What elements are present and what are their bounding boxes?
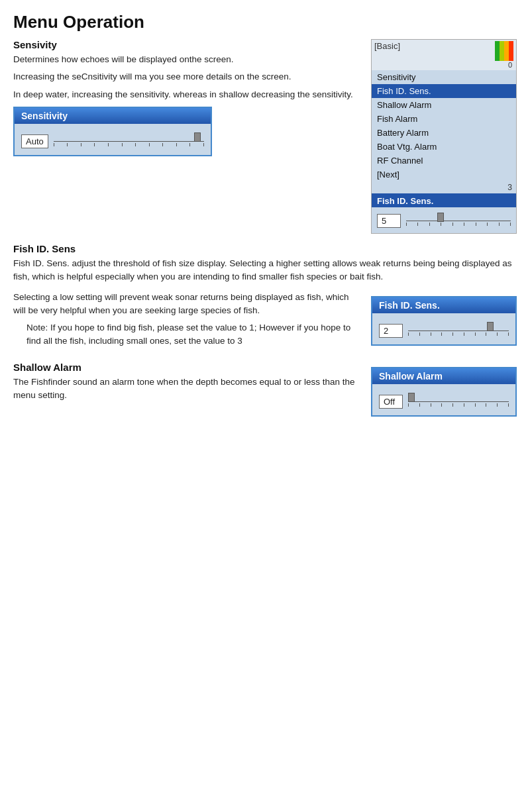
shallow-alarm-section: Shallow Alarm The Fishfinder sound an al… <box>13 362 517 423</box>
menu-panel-container: [Basic] 0 Sensitivity Fish ID. Sens. Sha… <box>371 39 517 234</box>
sensitivity-section: Sensivity Determines how echoes will be … <box>13 39 360 234</box>
tick <box>475 403 476 407</box>
page-title: Menu Operation <box>13 12 517 32</box>
tick <box>486 332 486 336</box>
shallow-alarm-widget: Shallow Alarm Off <box>371 367 517 417</box>
color-seg-green <box>495 41 500 61</box>
tick <box>176 143 177 146</box>
menu-item-battery-alarm[interactable]: Battery Alarm <box>372 126 516 140</box>
fish-id-widget-container: Fish ID. Sens. 2 <box>371 291 517 352</box>
fish-id-menu-thumb[interactable] <box>437 213 444 222</box>
sensitivity-value: Auto <box>21 134 48 148</box>
shallow-alarm-heading: Shallow Alarm <box>13 362 360 373</box>
tick <box>408 332 409 336</box>
shallow-alarm-widget-inner: Off <box>372 389 515 410</box>
tick <box>419 403 420 407</box>
shallow-alarm-line <box>408 401 509 402</box>
fish-id-widget: Fish ID. Sens. 2 <box>371 296 517 346</box>
tick <box>108 143 109 146</box>
tick <box>497 332 498 336</box>
sensitivity-track[interactable] <box>54 136 204 146</box>
sensitivity-widget: Sensitivity Auto <box>13 107 212 156</box>
fish-id-menu-track[interactable] <box>406 217 511 226</box>
sensitivity-slider[interactable]: Auto <box>21 134 204 148</box>
color-bar-area: 0 <box>495 41 513 69</box>
menu-item-shallow-alarm[interactable]: Shallow Alarm <box>372 98 516 112</box>
tick <box>162 143 163 146</box>
tick <box>406 223 407 226</box>
menu-item-fish-alarm[interactable]: Fish Alarm <box>372 112 516 126</box>
color-seg-red <box>509 41 513 61</box>
tick <box>464 223 464 226</box>
tick <box>508 332 509 336</box>
tick <box>475 332 476 336</box>
fish-id-body1: Fish ID. Sens. adjust the threshold of f… <box>13 257 517 284</box>
depth-zero: 0 <box>508 61 513 69</box>
menu-item-fish-id[interactable]: Fish ID. Sens. <box>372 84 516 98</box>
tick <box>54 143 54 146</box>
tick <box>510 223 511 226</box>
menu-panel: [Basic] 0 Sensitivity Fish ID. Sens. Sha… <box>371 39 517 234</box>
tick <box>408 403 409 407</box>
shallow-alarm-widget-container: Shallow Alarm Off <box>371 362 517 423</box>
tick <box>441 223 441 226</box>
sensitivity-body3: In deep water, increasing the sensitivit… <box>13 88 360 101</box>
shallow-alarm-slider[interactable]: Off <box>379 395 509 409</box>
tick <box>417 223 418 226</box>
shallow-left: Shallow Alarm The Fishfinder sound an al… <box>13 362 360 423</box>
tick <box>486 403 486 407</box>
tick <box>464 332 464 336</box>
tick <box>203 143 204 146</box>
depth-number: 3 <box>507 183 512 192</box>
tick <box>508 403 509 407</box>
fish-id-menu-value: 5 <box>377 214 401 228</box>
fish-id-slider-menu[interactable]: 5 <box>377 214 511 228</box>
sensitivity-thumb[interactable] <box>194 132 201 142</box>
tick <box>149 143 150 146</box>
fish-id-lower: Selecting a low setting will prevent wea… <box>13 291 517 352</box>
fish-id-section: Fish ID. Sens Fish ID. Sens. adjust the … <box>13 243 517 284</box>
menu-item-rf-channel[interactable]: RF Channel <box>372 154 516 168</box>
sensitivity-body2: Increasing the seCnsitivity will ma you … <box>13 70 360 83</box>
fish-id-left: Selecting a low setting will prevent wea… <box>13 291 360 352</box>
tick <box>441 403 442 407</box>
tick <box>441 332 442 336</box>
menu-item-next[interactable]: [Next] <box>372 168 516 181</box>
menu-item-sensitivity[interactable]: Sensitivity <box>372 70 516 84</box>
fish-id-slider[interactable]: 2 <box>379 324 509 338</box>
shallow-alarm-track[interactable] <box>408 397 509 406</box>
shallow-alarm-body: The Fishfinder sound an alarm tone when … <box>13 376 360 403</box>
color-seg-yellow-green <box>500 41 504 61</box>
tick <box>431 332 431 336</box>
menu-item-boat-vtg[interactable]: Boat Vtg. Alarm <box>372 140 516 154</box>
tick <box>431 403 431 407</box>
sensitivity-widget-inner: Auto <box>15 129 211 150</box>
shallow-alarm-value: Off <box>379 395 403 409</box>
fish-id-widget-inner: 2 <box>372 319 515 339</box>
tick <box>122 143 123 146</box>
tick <box>189 143 190 146</box>
fish-id-track[interactable] <box>408 326 509 335</box>
shallow-alarm-thumb[interactable] <box>408 393 415 402</box>
fish-id-menu-line <box>406 221 511 221</box>
tick <box>419 332 420 336</box>
menu-sub-title: Fish ID. Sens. <box>372 193 516 207</box>
tick <box>67 143 68 146</box>
tick <box>135 143 136 146</box>
menu-items-list: Sensitivity Fish ID. Sens. Shallow Alarm… <box>372 70 516 181</box>
fish-id-thumb[interactable] <box>487 322 494 331</box>
fish-id-heading: Fish ID. Sens <box>13 243 517 254</box>
top-section: Sensivity Determines how echoes will be … <box>13 39 517 234</box>
tick <box>452 223 453 226</box>
tick <box>452 332 453 336</box>
tick <box>476 223 476 226</box>
sensitivity-line <box>54 141 204 142</box>
sensitivity-body1: Determines how echoes will be displayed … <box>13 53 360 66</box>
tick <box>497 403 498 407</box>
fish-id-body2: Selecting a low setting will prevent wea… <box>13 291 360 318</box>
fish-id-value: 2 <box>379 324 403 338</box>
menu-basic-label: [Basic] <box>374 41 400 51</box>
menu-header: [Basic] 0 <box>372 40 516 70</box>
fish-id-note: Note: If you hope to find big fish, plea… <box>26 321 360 348</box>
shallow-alarm-widget-title: Shallow Alarm <box>372 368 515 384</box>
